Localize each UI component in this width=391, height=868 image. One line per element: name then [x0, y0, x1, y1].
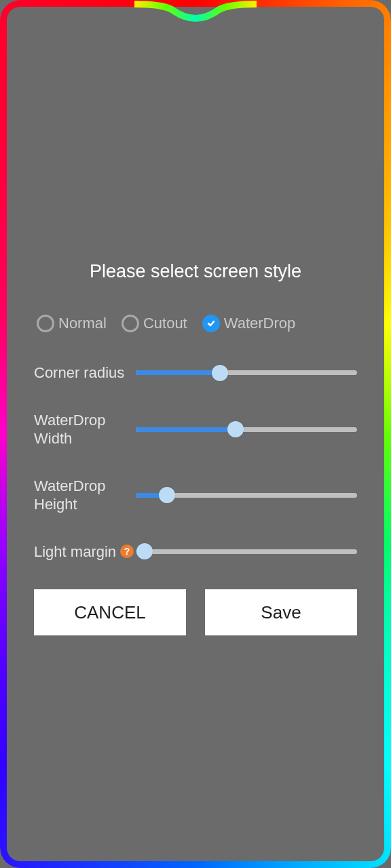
radio-label: Normal — [58, 315, 107, 332]
radio-circle-icon — [122, 315, 139, 332]
slider-track — [136, 549, 357, 554]
save-button[interactable]: Save — [205, 589, 357, 635]
panel-title: Please select screen style — [34, 261, 357, 282]
waterdrop-width-slider[interactable] — [136, 421, 357, 437]
slider-label: Light margin ? — [34, 542, 136, 561]
slider-label: Corner radius — [34, 363, 136, 382]
slider-label: WaterDrop Height — [34, 477, 136, 514]
waterdrop-notch — [134, 0, 257, 24]
radio-check-icon — [202, 315, 220, 332]
slider-row-waterdrop-height: WaterDrop Height — [34, 477, 357, 514]
radio-circle-icon — [37, 315, 54, 332]
radio-waterdrop[interactable]: WaterDrop — [202, 315, 296, 332]
slider-thumb[interactable] — [159, 487, 175, 503]
slider-thumb[interactable] — [136, 543, 153, 559]
corner-radius-slider[interactable] — [136, 365, 357, 381]
radio-normal[interactable]: Normal — [37, 315, 107, 332]
light-margin-slider[interactable] — [136, 543, 357, 559]
slider-fill — [136, 370, 220, 375]
slider-row-corner-radius: Corner radius — [34, 363, 357, 382]
slider-fill — [136, 427, 236, 432]
style-radio-group: Normal Cutout WaterDrop — [34, 315, 357, 332]
slider-row-light-margin: Light margin ? — [34, 542, 357, 561]
slider-label: WaterDrop Width — [34, 411, 136, 448]
slider-label-text: Light margin — [34, 542, 116, 561]
slider-thumb[interactable] — [212, 365, 228, 381]
slider-thumb[interactable] — [227, 421, 244, 437]
waterdrop-height-slider[interactable] — [136, 487, 357, 503]
cancel-button[interactable]: CANCEL — [34, 589, 186, 635]
radio-label: Cutout — [143, 315, 187, 332]
radio-label: WaterDrop — [224, 315, 296, 332]
help-icon[interactable]: ? — [120, 545, 134, 558]
button-row: CANCEL Save — [34, 589, 357, 635]
radio-cutout[interactable]: Cutout — [122, 315, 187, 332]
slider-row-waterdrop-width: WaterDrop Width — [34, 411, 357, 448]
settings-panel: Please select screen style Normal Cutout… — [34, 261, 357, 635]
